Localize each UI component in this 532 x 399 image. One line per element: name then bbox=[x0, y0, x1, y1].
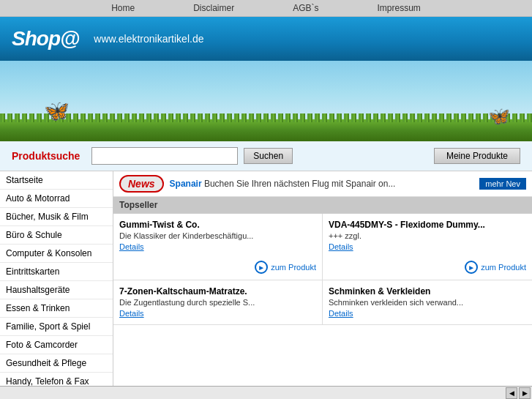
scroll-right-arrow[interactable]: ▶ bbox=[519, 387, 531, 399]
news-badge: News bbox=[119, 175, 164, 193]
product-name-1: VDA-445DMY-S - Flexidome Dummy... bbox=[329, 220, 526, 230]
logo: Shop@ bbox=[12, 27, 79, 51]
news-link[interactable]: Spanair bbox=[170, 179, 202, 189]
search-button[interactable]: Suchen bbox=[244, 148, 293, 164]
nav-home[interactable]: Home bbox=[111, 3, 135, 13]
product-name-3: Schminken & Verkleiden bbox=[329, 286, 526, 297]
sidebar-item-1[interactable]: Auto & Motorrad bbox=[0, 190, 113, 208]
bottom-bar: ◀ ▶ bbox=[0, 386, 532, 399]
product-details-link-2[interactable]: Details bbox=[119, 309, 144, 318]
sidebar-item-5[interactable]: Eintrittskarten bbox=[0, 263, 113, 281]
product-link-row-0: ►zum Produkt bbox=[119, 258, 316, 274]
product-desc-1: +++ zzgl. bbox=[329, 231, 526, 240]
scroll-left-arrow[interactable]: ◀ bbox=[506, 387, 517, 399]
products-grid: Gummi-Twist & Co.Die Klassiker der Kinde… bbox=[113, 213, 532, 325]
search-area: Produktsuche Suchen Meine Produkte bbox=[0, 141, 532, 171]
sidebar-item-10[interactable]: Gesundheit & Pflege bbox=[0, 354, 113, 373]
main-layout: StartseiteAuto & MotorradBücher, Musik &… bbox=[0, 171, 532, 399]
butterfly-right-icon: 🦋 bbox=[488, 106, 510, 127]
product-cell-2: 7-Zonen-Kaltschaum-Matratze.Die Zugentla… bbox=[113, 280, 323, 325]
search-input[interactable] bbox=[91, 147, 238, 165]
topseller-header: Topseller bbox=[113, 197, 532, 213]
product-arrow-icon-1: ► bbox=[465, 261, 478, 274]
bottom-scrollbar: ◀ ▶ bbox=[506, 387, 531, 399]
nav-agbs[interactable]: AGB`s bbox=[293, 3, 318, 13]
product-desc-2: Die Zugentlastung durch spezielle S... bbox=[119, 298, 316, 307]
sidebar-item-9[interactable]: Foto & Camcorder bbox=[0, 336, 113, 354]
product-desc-3: Schminken verkleiden sich verwand... bbox=[329, 298, 526, 307]
zum-produkt-link-1[interactable]: zum Produkt bbox=[481, 263, 526, 272]
top-navigation: Home Disclaimer AGB`s Impressum bbox=[0, 0, 532, 17]
product-desc-0: Die Klassiker der Kinderbeschäftigu... bbox=[119, 231, 316, 240]
product-cell-3: Schminken & VerkleidenSchminken verkleid… bbox=[323, 280, 532, 325]
sidebar-item-8[interactable]: Familie, Sport & Spiel bbox=[0, 318, 113, 336]
product-arrow-icon-0: ► bbox=[255, 261, 268, 274]
sidebar-item-4[interactable]: Computer & Konsolen bbox=[0, 245, 113, 263]
sidebar-item-0[interactable]: Startseite bbox=[0, 171, 113, 190]
sidebar-item-6[interactable]: Haushaltsgeräte bbox=[0, 281, 113, 299]
site-url: www.elektronikartikel.de bbox=[94, 33, 203, 45]
sidebar-item-7[interactable]: Essen & Trinken bbox=[0, 299, 113, 318]
nav-disclaimer[interactable]: Disclaimer bbox=[193, 3, 234, 13]
sidebar-item-3[interactable]: Büro & Schule bbox=[0, 226, 113, 245]
hero-grass bbox=[0, 119, 532, 141]
product-link-row-1: ►zum Produkt bbox=[329, 258, 526, 274]
product-name-0: Gummi-Twist & Co. bbox=[119, 220, 316, 230]
zum-produkt-link-0[interactable]: zum Produkt bbox=[271, 263, 316, 272]
product-cell-0: Gummi-Twist & Co.Die Klassiker der Kinde… bbox=[113, 214, 323, 280]
product-name-2: 7-Zonen-Kaltschaum-Matratze. bbox=[119, 286, 316, 297]
mehr-news-button[interactable]: mehr Nev bbox=[479, 178, 526, 190]
nav-impressum[interactable]: Impressum bbox=[378, 3, 421, 13]
product-details-link-3[interactable]: Details bbox=[329, 309, 353, 318]
content-area: News Spanair Buchen Sie Ihren nächsten F… bbox=[113, 171, 532, 399]
sidebar: StartseiteAuto & MotorradBücher, Musik &… bbox=[0, 171, 113, 399]
product-details-link-1[interactable]: Details bbox=[329, 242, 353, 251]
search-label: Produktsuche bbox=[12, 150, 80, 162]
header: Shop@ www.elektronikartikel.de bbox=[0, 17, 532, 61]
news-text: Spanair Buchen Sie Ihren nächsten Flug m… bbox=[170, 179, 474, 189]
hero-banner: 🦋 🦋 bbox=[0, 61, 532, 141]
my-products-button[interactable]: Meine Produkte bbox=[434, 148, 520, 164]
sidebar-item-2[interactable]: Bücher, Musik & Film bbox=[0, 208, 113, 226]
product-cell-1: VDA-445DMY-S - Flexidome Dummy...+++ zzg… bbox=[323, 214, 532, 280]
news-bar: News Spanair Buchen Sie Ihren nächsten F… bbox=[113, 171, 532, 197]
butterfly-left-icon: 🦋 bbox=[44, 99, 70, 123]
product-details-link-0[interactable]: Details bbox=[119, 242, 144, 251]
